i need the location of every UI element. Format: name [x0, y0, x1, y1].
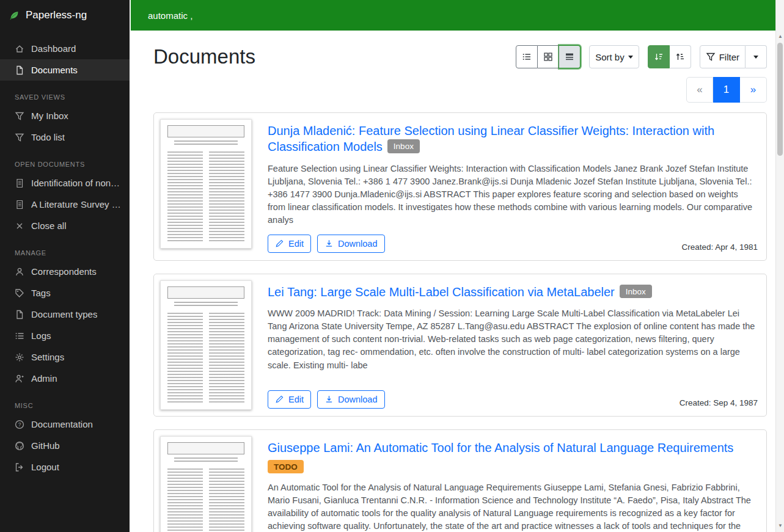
thumbnail-text-column — [167, 151, 203, 243]
thumbnail-text-column — [167, 313, 203, 404]
thumbnail-text-column — [209, 151, 244, 243]
page-title: Documents — [153, 45, 255, 68]
document-excerpt: Feature Selection using Linear Classifie… — [268, 162, 758, 227]
saved-views-header: SAVED VIEWS — [0, 81, 130, 105]
view-list-button[interactable] — [516, 45, 538, 68]
dashboard-icon — [15, 44, 24, 54]
sort-by-button[interactable]: Sort by — [589, 45, 639, 68]
scrollbar[interactable]: ▲ ▼ — [775, 0, 784, 532]
sidebar-item-documentation[interactable]: ? Documentation — [0, 414, 130, 435]
open-doc-label: A Literature Survey on ... — [31, 199, 121, 210]
tag-badge-inbox[interactable]: Inbox — [387, 139, 420, 153]
sidebar: Dashboard Documents SAVED VIEWS My Inbox… — [0, 31, 130, 532]
document-excerpt: An Automatic Tool for the Analysis of Na… — [268, 481, 758, 532]
document-card: Giuseppe Lami: An Automatic Tool for the… — [153, 429, 767, 532]
svg-text:?: ? — [18, 421, 21, 428]
sidebar-item-documents[interactable]: Documents — [0, 59, 130, 81]
created-date: Created: Sep 4, 1987 — [680, 398, 758, 409]
sidebar-open-doc-2[interactable]: A Literature Survey on ... — [0, 194, 130, 215]
edit-button[interactable]: Edit — [268, 390, 311, 409]
file-text-icon — [15, 178, 24, 188]
thumbnail-title-block — [167, 286, 244, 299]
view-details-button[interactable] — [559, 45, 581, 68]
sidebar-item-logs[interactable]: Logs — [0, 325, 130, 346]
document-card: Lei Tang: Large Scale Multi-Label Classi… — [153, 274, 767, 417]
pagination-prev[interactable]: « — [686, 77, 713, 103]
document-thumbnail[interactable] — [160, 280, 252, 410]
brand-label: Paperless-ng — [26, 9, 87, 21]
edit-button[interactable]: Edit — [268, 235, 311, 253]
filter-button[interactable]: Filter — [700, 45, 746, 68]
edit-label: Edit — [288, 395, 304, 404]
pagination-next[interactable]: » — [740, 77, 767, 103]
document-thumbnail[interactable] — [160, 436, 252, 532]
sidebar-item-tags[interactable]: Tags — [0, 282, 130, 304]
sidebar-item-label: Settings — [31, 352, 64, 362]
thumbnail-title-block — [167, 125, 244, 137]
person-icon — [15, 267, 24, 277]
sort-direction-group — [648, 45, 691, 68]
sidebar-item-logout[interactable]: Logout — [0, 456, 130, 478]
global-search-input[interactable] — [131, 0, 775, 31]
app-brand[interactable]: Paperless-ng — [0, 0, 130, 31]
thumbnail-text-column — [209, 313, 244, 404]
sidebar-item-correspondents[interactable]: Correspondents — [0, 261, 130, 282]
filter-group: Filter — [700, 45, 767, 68]
sort-reverse-button[interactable] — [648, 45, 670, 68]
close-icon — [15, 221, 24, 231]
sidebar-item-label: Document types — [31, 309, 97, 319]
view-grid-button[interactable] — [538, 45, 559, 68]
document-title-link[interactable]: Giuseppe Lami: An Automatic Tool for the… — [268, 441, 733, 454]
download-icon — [324, 395, 334, 404]
sidebar-item-document-types[interactable]: Document types — [0, 304, 130, 325]
sidebar-item-label: Documents — [31, 65, 78, 75]
scrollbar-thumb[interactable] — [777, 43, 783, 156]
view-toggle-group — [516, 45, 581, 68]
sidebar-item-label: Admin — [31, 373, 57, 384]
download-button[interactable]: Download — [317, 390, 385, 409]
funnel-icon — [15, 111, 24, 121]
sort-descending-icon — [654, 52, 664, 62]
thumbnail-text-column — [209, 468, 244, 532]
sort-alpha-icon — [675, 52, 685, 62]
filter-caret-button[interactable] — [746, 45, 767, 68]
sidebar-item-github[interactable]: GitHub — [0, 435, 130, 456]
document-title-link[interactable]: Lei Tang: Large Scale Multi-Label Classi… — [268, 285, 615, 299]
sort-by-label: Sort by — [595, 52, 625, 62]
document-title-link[interactable]: Dunja Mladenić: Feature Selection using … — [268, 124, 714, 153]
sidebar-item-label: My Inbox — [31, 111, 68, 121]
documents-toolbar: Sort by Filter — [516, 45, 767, 68]
open-doc-label: Identification of non-fu... — [31, 178, 121, 188]
list-view-icon — [522, 52, 532, 62]
thumbnail-subtitle-lines — [174, 457, 238, 464]
sidebar-close-all[interactable]: Close all — [0, 215, 130, 236]
sidebar-item-my-inbox[interactable]: My Inbox — [0, 105, 130, 126]
global-search — [130, 0, 775, 31]
scroll-down-arrow[interactable]: ▼ — [776, 521, 784, 531]
thumbnail-subtitle-lines — [174, 140, 238, 147]
sidebar-item-admin[interactable]: Admin — [0, 368, 130, 389]
sidebar-item-label: Dashboard — [31, 43, 76, 54]
scroll-up-arrow[interactable]: ▲ — [776, 32, 784, 42]
thumbnail-subtitle-lines — [174, 302, 238, 308]
pagination-page-1[interactable]: 1 — [713, 77, 740, 103]
close-all-label: Close all — [31, 220, 67, 231]
documents-icon — [15, 65, 24, 75]
tag-badge-todo[interactable]: TODO — [268, 460, 304, 474]
question-icon: ? — [15, 420, 24, 429]
download-button[interactable]: Download — [317, 235, 385, 253]
sort-alpha-button[interactable] — [670, 45, 691, 68]
sidebar-item-todo-list[interactable]: Todo list — [0, 126, 130, 148]
leaf-icon — [9, 10, 20, 21]
file-icon — [15, 310, 24, 319]
tag-badge-inbox[interactable]: Inbox — [620, 285, 652, 299]
sidebar-item-dashboard[interactable]: Dashboard — [0, 38, 130, 59]
download-label: Download — [338, 239, 378, 249]
document-thumbnail[interactable] — [160, 119, 252, 249]
pencil-icon — [275, 239, 284, 248]
sidebar-item-settings[interactable]: Settings — [0, 346, 130, 368]
logout-icon — [15, 462, 24, 472]
edit-label: Edit — [288, 239, 304, 249]
chevron-down-icon — [628, 56, 633, 59]
sidebar-open-doc-1[interactable]: Identification of non-fu... — [0, 172, 130, 194]
